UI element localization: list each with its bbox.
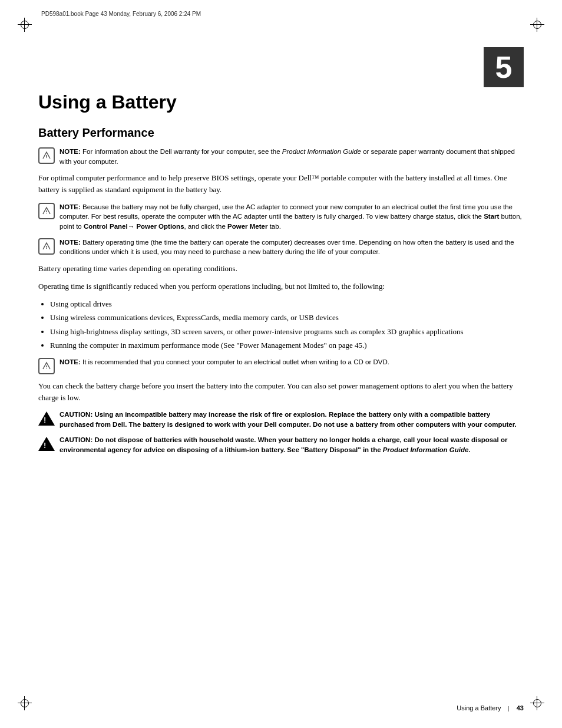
section-title: Battery Performance: [38, 126, 524, 140]
list-item: Using optical drives: [50, 298, 524, 310]
note-4: NOTE: It is recommended that you connect…: [38, 357, 524, 374]
note-text-4: NOTE: It is recommended that you connect…: [59, 357, 524, 367]
chapter-title: Using a Battery: [38, 91, 524, 113]
svg-point-5: [46, 248, 47, 249]
caution-text-1: CAUTION: Using an incompatible battery m…: [59, 410, 524, 429]
note-icon-1: [38, 147, 55, 164]
caution-triangle-icon: [38, 411, 55, 426]
note-icon-3: [38, 238, 55, 255]
note-text-3: NOTE: Battery operating time (the time t…: [59, 238, 524, 257]
file-info: PD598a01.book Page 43 Monday, February 6…: [41, 11, 201, 17]
paragraph-3: Operating time is significantly reduced …: [38, 281, 524, 292]
footer-separator: |: [508, 704, 510, 711]
crosshair-top-left: [18, 18, 32, 32]
svg-point-3: [46, 212, 47, 213]
header-bar: PD598a01.book Page 43 Monday, February 6…: [41, 11, 521, 17]
caution-1: CAUTION: Using an incompatible battery m…: [38, 410, 524, 429]
footer-page-number: 43: [517, 704, 524, 711]
caution-icon-2: [38, 436, 55, 452]
list-item: Using high-brightness display settings, …: [50, 326, 524, 338]
footer-section-label: Using a Battery: [457, 704, 501, 711]
caution-2: CAUTION: Do not dispose of batteries wit…: [38, 435, 524, 454]
crosshair-top-right: [530, 18, 544, 32]
list-item: Running the computer in maximum performa…: [50, 340, 524, 351]
note-text-1: NOTE: For information about the Dell war…: [59, 147, 524, 166]
note-2: NOTE: Because the battery may not be ful…: [38, 202, 524, 232]
note-1: NOTE: For information about the Dell war…: [38, 147, 524, 166]
page: PD598a01.book Page 43 Monday, February 6…: [0, 0, 562, 728]
svg-point-1: [46, 157, 47, 159]
caution-triangle-icon-2: [38, 437, 55, 451]
svg-point-7: [46, 368, 47, 369]
paragraph-1: For optimal computer performance and to …: [38, 172, 524, 196]
bullet-list: Using optical drives Using wireless comm…: [50, 298, 524, 351]
paragraph-4: You can check the battery charge before …: [38, 380, 524, 404]
note-icon-4: [38, 358, 55, 374]
caution-text-2: CAUTION: Do not dispose of batteries wit…: [59, 435, 524, 454]
main-content: Using a Battery Battery Performance NOTE…: [38, 91, 524, 681]
caution-icon-1: [38, 410, 55, 427]
note-3: NOTE: Battery operating time (the time t…: [38, 238, 524, 257]
chapter-number: 5: [495, 52, 513, 83]
note-text-2: NOTE: Because the battery may not be ful…: [59, 202, 524, 232]
crosshair-bottom-left: [18, 696, 32, 710]
list-item: Using wireless communications devices, E…: [50, 312, 524, 324]
note-icon-2: [38, 203, 55, 219]
footer: Using a Battery | 43: [38, 704, 524, 711]
crosshair-bottom-right: [530, 696, 544, 710]
paragraph-2: Battery operating time varies depending …: [38, 263, 524, 275]
chapter-box: 5: [484, 47, 524, 87]
